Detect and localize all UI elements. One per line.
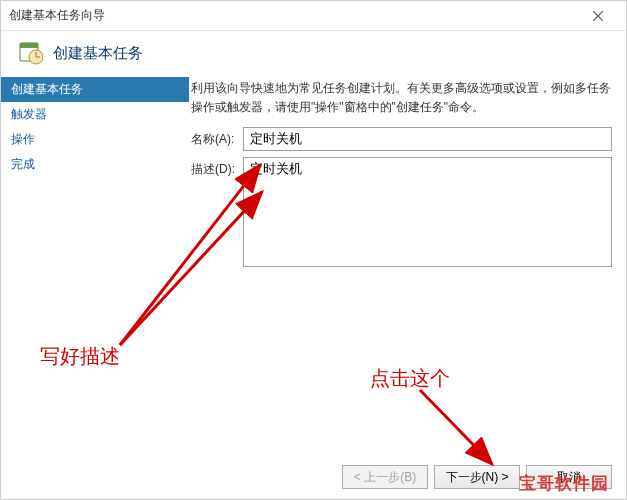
sidebar-step-finish[interactable]: 完成: [1, 152, 189, 177]
close-icon: [593, 11, 603, 21]
description-row: 描述(D):: [191, 157, 612, 267]
wizard-window: 创建基本任务向导 创建基本任务 创建基本任务 触发器 操作 完成 利用该向导快速…: [0, 0, 627, 500]
sidebar-step-action[interactable]: 操作: [1, 127, 189, 152]
name-row: 名称(A):: [191, 127, 612, 151]
svg-rect-1: [20, 43, 38, 48]
task-wizard-icon: [19, 41, 43, 65]
next-button[interactable]: 下一步(N) >: [434, 465, 520, 489]
watermark: 宝哥软件园: [519, 472, 609, 495]
wizard-body: 创建基本任务 触发器 操作 完成 利用该向导快速地为常见任务创建计划。有关更多高…: [1, 77, 626, 499]
wizard-sidebar: 创建基本任务 触发器 操作 完成: [1, 77, 189, 499]
back-button: < 上一步(B): [342, 465, 428, 489]
name-label: 名称(A):: [191, 127, 243, 148]
window-title: 创建基本任务向导: [9, 7, 105, 24]
wizard-content: 利用该向导快速地为常见任务创建计划。有关更多高级选项或设置，例如多任务操作或触发…: [189, 77, 626, 499]
titlebar: 创建基本任务向导: [1, 1, 626, 31]
description-input[interactable]: [243, 157, 612, 267]
intro-text: 利用该向导快速地为常见任务创建计划。有关更多高级选项或设置，例如多任务操作或触发…: [191, 77, 612, 117]
sidebar-step-create[interactable]: 创建基本任务: [1, 77, 189, 102]
wizard-header: 创建基本任务: [1, 31, 626, 77]
close-button[interactable]: [578, 2, 618, 30]
description-label: 描述(D):: [191, 157, 243, 178]
sidebar-step-trigger[interactable]: 触发器: [1, 102, 189, 127]
wizard-title: 创建基本任务: [53, 44, 143, 63]
name-input[interactable]: [243, 127, 612, 151]
